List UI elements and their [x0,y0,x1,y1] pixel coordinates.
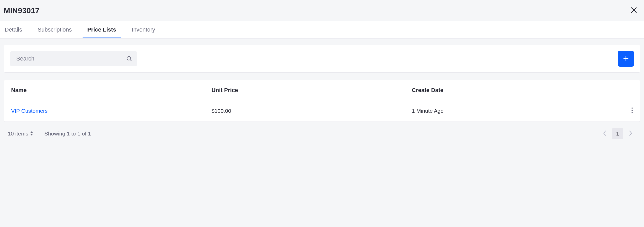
close-button[interactable] [628,5,639,16]
tab-price-lists[interactable]: Price Lists [86,21,117,38]
page-1-button[interactable]: 1 [612,128,623,139]
cell-create-date: 1 Minute Ago [412,108,612,114]
svg-point-8 [632,112,633,113]
search-wrap [10,51,137,66]
items-per-page-select[interactable]: 10 items [8,131,33,137]
svg-marker-9 [30,131,33,133]
tabs: Details Subscriptions Price Lists Invent… [0,21,644,39]
search-icon[interactable] [126,56,132,62]
svg-point-7 [632,110,633,111]
svg-marker-10 [30,134,33,135]
prev-page-button[interactable] [599,128,610,139]
svg-point-6 [632,107,633,109]
tab-details[interactable]: Details [4,21,23,38]
showing-text: Showing 1 to 1 of 1 [44,131,91,137]
col-create-date[interactable]: Create Date [412,87,612,94]
search-input[interactable] [16,55,126,62]
col-name[interactable]: Name [11,87,212,94]
svg-point-2 [127,57,131,60]
plus-icon [622,55,629,63]
chevron-left-icon [603,130,606,137]
row-actions-button[interactable] [612,107,633,115]
toolbar [4,45,640,73]
table-footer: 10 items Showing 1 to 1 of 1 1 [4,122,640,142]
table-header: Name Unit Price Create Date [4,80,640,100]
table-row: VIP Customers $100.00 1 Minute Ago [4,100,640,122]
add-button[interactable] [618,51,634,67]
kebab-icon [631,109,633,115]
items-per-page-label: 10 items [8,131,28,137]
cell-unit-price: $100.00 [212,108,412,114]
tab-subscriptions[interactable]: Subscriptions [37,21,73,38]
page-title: MIN93017 [4,6,39,15]
price-list-name-link[interactable]: VIP Customers [11,108,212,114]
chevron-right-icon [629,130,632,137]
pagination: 1 [599,128,636,139]
tab-inventory[interactable]: Inventory [131,21,156,38]
price-list-table: Name Unit Price Create Date VIP Customer… [4,80,640,122]
close-icon [630,6,638,15]
sort-icon [30,131,33,137]
next-page-button[interactable] [625,128,636,139]
svg-line-3 [130,60,132,61]
col-unit-price[interactable]: Unit Price [212,87,412,94]
